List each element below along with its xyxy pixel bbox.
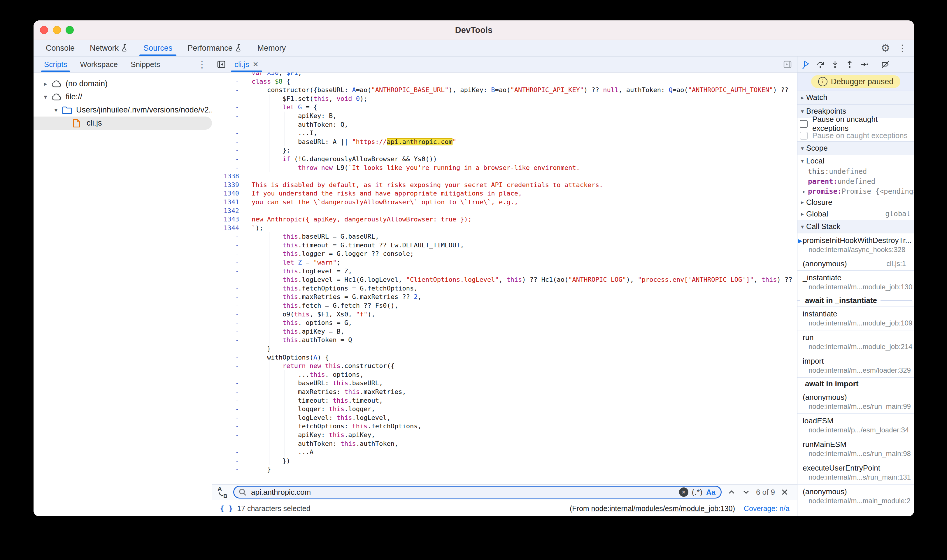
code-line[interactable]: - withOptions(A) { [212, 353, 797, 362]
panel-tab[interactable]: Performance [180, 40, 250, 56]
code-line[interactable]: - this._options = G, [212, 318, 797, 327]
line-gutter[interactable]: - [212, 77, 247, 86]
line-gutter[interactable]: - [212, 232, 247, 241]
scope-row[interactable]: Closure [797, 196, 914, 208]
code-line[interactable]: - }; [212, 146, 797, 155]
navigator-tab[interactable]: Scripts [38, 57, 74, 72]
code-line[interactable]: - this.logger = G.logger ?? console; [212, 249, 797, 258]
line-gutter[interactable]: 1338 [212, 172, 247, 181]
line-gutter[interactable]: 1344 [212, 224, 247, 232]
code-line[interactable]: - }) [212, 457, 797, 465]
disclosure-arrow-icon[interactable] [799, 210, 806, 217]
clear-search-icon[interactable]: ✕ [679, 488, 688, 497]
origin-link[interactable]: node:internal/modules/esm/module_job:130 [591, 505, 733, 512]
file-tree-row[interactable]: file:// [34, 90, 212, 103]
step-out-icon[interactable] [845, 60, 854, 69]
step-over-icon[interactable] [816, 60, 825, 69]
breakpoint-option-row[interactable]: Pause on uncaught exceptions [797, 118, 914, 130]
line-gutter[interactable]: - [212, 327, 247, 336]
line-gutter[interactable]: - [212, 396, 247, 405]
dock-navigator-icon[interactable] [216, 60, 226, 69]
line-gutter[interactable]: - [212, 465, 247, 474]
disclosure-arrow-icon[interactable] [41, 93, 50, 101]
code-line[interactable]: 1344 `); [212, 224, 797, 232]
line-gutter[interactable]: - [212, 284, 247, 293]
breakpoint-option-row[interactable]: Pause on caught exceptions [797, 130, 914, 141]
disclosure-arrow-icon[interactable] [800, 188, 808, 195]
call-stack-item[interactable]: ▶ instantiate node:internal/m...module_j… [797, 307, 914, 331]
code-line[interactable]: - o9(this, $F1, Xs0, "f"), [212, 310, 797, 319]
code-line[interactable]: - authToken: this.authToken, [212, 439, 797, 448]
file-tab-cli-js[interactable]: cli.js ✕ [229, 57, 264, 72]
scope-row[interactable]: Local [797, 155, 914, 167]
code-line[interactable]: - this.fetch = G.fetch ?? Fs0(), [212, 301, 797, 310]
disclosure-arrow-icon[interactable] [799, 223, 806, 230]
line-gutter[interactable]: - [212, 137, 247, 146]
code-line[interactable]: - baseURL: A || "https://api.anthropic.c… [212, 137, 797, 146]
navigator-tab[interactable]: Workspace [74, 57, 124, 72]
section-watch[interactable]: Watch [797, 91, 914, 104]
code-line[interactable]: - } [212, 345, 797, 353]
code-line[interactable]: - this.timeout = G.timeout ?? Lw.DEFAULT… [212, 241, 797, 250]
call-stack-item[interactable]: ▶ import node:internal/m...esm/loader:32… [797, 354, 914, 378]
line-gutter[interactable]: - [212, 439, 247, 448]
code-line[interactable]: - } [212, 465, 797, 474]
line-gutter[interactable]: 1339 [212, 181, 247, 189]
code-line[interactable]: - apiKey: B, [212, 112, 797, 120]
line-gutter[interactable]: - [212, 414, 247, 422]
code-line[interactable]: - logger: this.logger, [212, 405, 797, 414]
panel-tab[interactable]: Console [38, 40, 82, 56]
line-gutter[interactable]: - [212, 163, 247, 172]
line-gutter[interactable]: 1342 [212, 206, 247, 215]
line-gutter[interactable]: - [212, 267, 247, 275]
code-line[interactable]: - $F1.set(this, void 0); [212, 94, 797, 103]
code-line[interactable]: - ...I, [212, 129, 797, 137]
deactivate-breakpoints-icon[interactable] [881, 60, 890, 69]
code-line[interactable]: - this.maxRetries = G.maxRetries ?? 2, [212, 292, 797, 301]
call-stack-item[interactable]: ▶ (anonymous) node:internal/m...main_mod… [797, 485, 914, 508]
line-gutter[interactable]: - [212, 155, 247, 163]
code-line[interactable]: - timeout: this.timeout, [212, 396, 797, 405]
code-line[interactable]: - constructor({baseURL: A=ao("ANTHROPIC_… [212, 86, 797, 94]
step-icon[interactable] [860, 60, 869, 69]
line-gutter[interactable]: - [212, 310, 247, 319]
source-code-viewport[interactable]: var X50, $F1; - class $8 { - constructor… [212, 72, 797, 484]
file-tree-row[interactable]: Users/jinhuilee/.nvm/versions/node/v2... [34, 103, 212, 117]
code-line[interactable]: 1338 [212, 172, 797, 181]
call-stack-item[interactable]: ▶ runMainESM node:internal/m...es/run_ma… [797, 437, 914, 461]
code-line[interactable]: var X50, $F1; [212, 72, 797, 77]
match-case-toggle[interactable]: Aa [706, 488, 717, 497]
disclosure-arrow-icon[interactable] [799, 94, 806, 101]
line-gutter[interactable]: 1343 [212, 215, 247, 224]
search-input[interactable] [250, 488, 676, 497]
code-line[interactable]: - this.authToken = Q [212, 335, 797, 345]
panel-tab[interactable]: Memory [250, 40, 294, 56]
next-match-icon[interactable] [742, 488, 751, 497]
line-gutter[interactable]: - [212, 422, 247, 431]
line-gutter[interactable]: - [212, 120, 247, 129]
disclosure-arrow-icon[interactable] [41, 80, 50, 88]
navigator-tab[interactable]: Snippets [124, 57, 167, 72]
more-menu-icon[interactable]: ⋮ [898, 43, 907, 53]
code-line[interactable]: - let Z = "warn"; [212, 258, 797, 267]
line-gutter[interactable]: - [212, 146, 247, 155]
call-stack-item[interactable]: ▶ promiseInitHookWithDestroyTr... node:i… [797, 233, 914, 257]
line-gutter[interactable]: 1340 [212, 189, 247, 198]
checkbox[interactable] [800, 132, 808, 140]
code-line[interactable]: - ...A [212, 448, 797, 457]
line-gutter[interactable]: - [212, 241, 247, 250]
code-line[interactable]: - return new this.constructor({ [212, 362, 797, 370]
dock-debugger-icon[interactable] [782, 60, 793, 69]
line-gutter[interactable]: - [212, 86, 247, 94]
code-line[interactable]: - authToken: Q, [212, 120, 797, 129]
disclosure-arrow-icon[interactable] [799, 108, 806, 115]
disclosure-arrow-icon[interactable] [799, 157, 806, 164]
line-gutter[interactable]: - [212, 335, 247, 345]
line-gutter[interactable]: 1341 [212, 198, 247, 206]
replace-toggle-icon[interactable]: AB [216, 485, 228, 499]
code-line[interactable]: - this.logLevel = Z, [212, 267, 797, 275]
navigator-more-menu-icon[interactable]: ⋮ [197, 60, 207, 69]
code-line[interactable]: - class $8 { [212, 77, 797, 86]
code-line[interactable]: - ...this._options, [212, 370, 797, 379]
code-line[interactable]: 1342 [212, 206, 797, 215]
